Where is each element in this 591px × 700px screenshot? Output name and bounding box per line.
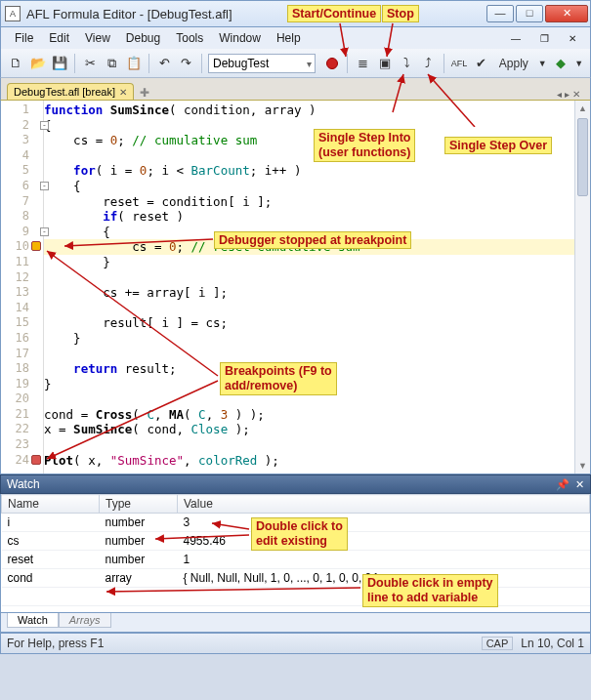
- toggle-breakpoint-icon[interactable]: ≣: [354, 53, 371, 74]
- gutter-line[interactable]: 12: [1, 270, 43, 286]
- step-into-button[interactable]: ⤵: [398, 53, 415, 74]
- gutter-line[interactable]: 2-: [1, 118, 43, 134]
- menu-file[interactable]: File: [7, 29, 41, 47]
- menu-window[interactable]: Window: [211, 29, 269, 47]
- code-line[interactable]: [44, 301, 590, 316]
- gutter-line[interactable]: 8: [1, 209, 43, 225]
- tab-add-icon[interactable]: ✚: [134, 86, 155, 100]
- open-file-icon[interactable]: 📂: [28, 53, 46, 74]
- code-line[interactable]: reset = condition[ i ];: [44, 194, 590, 210]
- editor-tab[interactable]: DebugTest.afl [break] ✕: [7, 83, 134, 100]
- tab-close-icon[interactable]: ✕: [119, 87, 127, 98]
- copy-icon[interactable]: ⧉: [104, 53, 121, 74]
- watch-cell-value[interactable]: 4955.46: [178, 532, 590, 551]
- gutter[interactable]: 12-3456-789-1011121314151617181920212223…: [1, 101, 44, 474]
- watch-cell-name[interactable]: cond: [2, 569, 100, 588]
- gutter-line[interactable]: 4: [1, 148, 43, 164]
- code-line[interactable]: cs += array[ i ];: [44, 285, 590, 301]
- close-button[interactable]: ✕: [545, 5, 588, 22]
- watch-cell-name[interactable]: cs: [2, 532, 100, 551]
- gutter-line[interactable]: 13: [1, 285, 43, 301]
- code-line[interactable]: [44, 347, 590, 362]
- gutter-line[interactable]: 9-: [1, 225, 43, 240]
- gutter-line[interactable]: 15: [1, 315, 43, 331]
- gutter-line[interactable]: 3: [1, 133, 43, 148]
- gutter-line[interactable]: 20: [1, 391, 43, 407]
- watch-cell-value[interactable]: 3: [178, 514, 590, 532]
- gutter-line[interactable]: 10: [1, 239, 43, 255]
- watch-cell-type[interactable]: number: [100, 514, 178, 532]
- fold-icon[interactable]: -: [40, 182, 49, 190]
- gutter-line[interactable]: 21: [1, 407, 43, 423]
- code-line[interactable]: Plot( x, "SumSince", colorRed );: [44, 453, 590, 469]
- code-line[interactable]: cond = Cross( C, MA( C, 3 ) );: [44, 407, 590, 423]
- code-line[interactable]: {: [44, 179, 590, 194]
- pane-close-icon[interactable]: ✕: [575, 478, 584, 491]
- code-line[interactable]: }: [44, 255, 590, 270]
- code-line[interactable]: [44, 437, 590, 453]
- gutter-line[interactable]: 14: [1, 301, 43, 316]
- watch-cell-type[interactable]: number: [100, 551, 178, 569]
- fold-icon[interactable]: -: [40, 121, 49, 130]
- code-line[interactable]: [44, 270, 590, 286]
- gutter-line[interactable]: 17: [1, 347, 43, 362]
- menu-tools[interactable]: Tools: [168, 29, 211, 47]
- breakpoint-marker[interactable]: [31, 241, 41, 251]
- code-line[interactable]: x = SumSince( cond, Close );: [44, 422, 590, 437]
- tab-overflow[interactable]: ◂ ▸ ✕: [557, 89, 584, 100]
- code-line[interactable]: result[ i ] = cs;: [44, 315, 590, 331]
- gutter-line[interactable]: 7: [1, 194, 43, 210]
- watch-cell-value[interactable]: 1: [178, 551, 590, 569]
- start-continue-button[interactable]: [323, 53, 341, 74]
- watch-tab-watch[interactable]: Watch: [7, 613, 59, 628]
- apply-dropdown-icon[interactable]: ▼: [537, 53, 548, 74]
- watch-cell-name[interactable]: reset: [2, 551, 100, 569]
- col-value[interactable]: Value: [178, 495, 590, 514]
- watch-cell-type[interactable]: array: [100, 569, 178, 588]
- watch-cell-type[interactable]: number: [100, 532, 178, 551]
- paste-icon[interactable]: 📋: [125, 53, 143, 74]
- mdi-close[interactable]: ✕: [561, 31, 584, 46]
- scroll-thumb[interactable]: [577, 118, 588, 196]
- menu-help[interactable]: Help: [269, 29, 309, 47]
- menu-edit[interactable]: Edit: [41, 29, 77, 47]
- code-line[interactable]: for( i = 0; i < BarCount; i++ ): [44, 163, 590, 179]
- code-line[interactable]: if( reset ): [44, 209, 590, 225]
- gutter-line[interactable]: 11: [1, 255, 43, 270]
- stop-debug-button[interactable]: ▣: [376, 53, 394, 74]
- gutter-line[interactable]: 24: [1, 453, 43, 469]
- col-type[interactable]: Type: [100, 495, 178, 514]
- extra-icon[interactable]: ◆: [552, 53, 570, 74]
- maximize-button[interactable]: □: [516, 5, 543, 22]
- watch-row-empty[interactable]: [2, 588, 590, 606]
- code-editor[interactable]: 12-3456-789-1011121314151617181920212223…: [0, 100, 591, 474]
- pane-pin-icon[interactable]: 📌: [556, 478, 570, 491]
- gutter-line[interactable]: 22: [1, 422, 43, 437]
- redo-icon[interactable]: ↷: [178, 53, 195, 74]
- step-over-button[interactable]: ⤴: [420, 53, 438, 74]
- gutter-line[interactable]: 18: [1, 361, 43, 377]
- code-line[interactable]: }: [44, 331, 590, 347]
- scroll-down-icon[interactable]: ▼: [575, 458, 590, 474]
- save-file-icon[interactable]: 💾: [51, 53, 68, 74]
- scroll-up-icon[interactable]: ▲: [575, 101, 590, 116]
- minimize-button[interactable]: —: [486, 5, 514, 22]
- menu-view[interactable]: View: [77, 29, 118, 47]
- undo-icon[interactable]: ↶: [155, 53, 173, 74]
- gutter-line[interactable]: 6-: [1, 179, 43, 194]
- gutter-line[interactable]: 5: [1, 163, 43, 179]
- fold-icon[interactable]: -: [40, 227, 49, 236]
- code-line[interactable]: function SumSince( condition, array ): [44, 103, 590, 118]
- watch-row[interactable]: condarray{ Null, Null, Null, 1, 0, ..., …: [2, 569, 590, 588]
- cut-icon[interactable]: ✂: [81, 53, 99, 74]
- gutter-line[interactable]: 23: [1, 437, 43, 453]
- mdi-min[interactable]: —: [503, 31, 528, 46]
- gutter-line[interactable]: 1: [1, 103, 43, 118]
- breakpoint-marker[interactable]: [31, 455, 41, 465]
- apply-button[interactable]: Apply: [494, 53, 533, 74]
- gutter-line[interactable]: 16: [1, 331, 43, 347]
- formula-selector[interactable]: DebugTest: [208, 54, 316, 73]
- watch-row[interactable]: resetnumber1: [2, 551, 590, 569]
- watch-tab-arrays[interactable]: Arrays: [59, 613, 111, 628]
- new-file-icon[interactable]: 🗋: [7, 53, 24, 74]
